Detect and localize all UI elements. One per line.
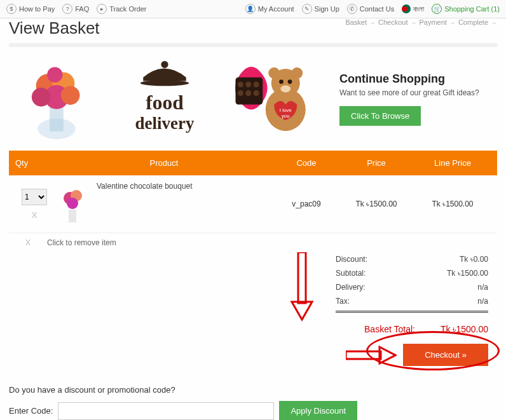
top-bar: $ How to Pay ? FAQ ▸ Track Order 👤 My Ac…: [0, 0, 506, 18]
svg-point-6: [61, 86, 80, 105]
signup-icon: ✎: [302, 4, 312, 14]
phone-icon: ✆: [347, 4, 357, 14]
product-name: Valentine chocolate bouquet: [97, 182, 193, 191]
th-product: Product: [53, 158, 275, 168]
faq-link[interactable]: ? FAQ: [62, 4, 89, 14]
svg-point-23: [279, 79, 284, 84]
table-row: 1 X Valentine chocolate bouquet v_pac09 …: [9, 175, 497, 233]
discount-area: Do you have a discount or promotional co…: [0, 379, 506, 420]
svg-point-16: [238, 90, 243, 96]
track-order-link[interactable]: ▸ Track Order: [97, 4, 146, 14]
discount-question: Do you have a discount or promotional co…: [9, 385, 497, 395]
apply-discount-button[interactable]: Apply Discount: [279, 401, 357, 420]
continue-subtitle: Want to see more of our great Gift ideas…: [339, 88, 497, 97]
faq-label: FAQ: [75, 5, 89, 13]
svg-point-7: [47, 67, 62, 83]
continue-shopping-box: Continue Shopping Want to see more of ou…: [333, 72, 497, 126]
svg-point-14: [245, 82, 251, 88]
product-thumbnail: [53, 182, 92, 226]
header-row: View Basket Basket → Checkout → Payment …: [0, 18, 506, 38]
th-qty: Qty: [15, 158, 53, 168]
product-line-price: Tk ৳1500.00: [414, 200, 491, 208]
page-title: View Basket: [9, 18, 100, 38]
remove-note-row: X Click to remove item: [0, 233, 506, 252]
remove-item-x[interactable]: X: [15, 210, 53, 220]
svg-point-5: [32, 88, 51, 107]
language-link[interactable]: বাংলা: [402, 4, 424, 13]
promo-image-teddy-chocolates: I love you: [225, 56, 320, 142]
svg-point-9: [140, 80, 189, 86]
lang-label: বাংলা: [413, 5, 424, 13]
chevron-right-icon: →: [369, 19, 376, 26]
totals-section: Discount:Tk ৳0.00 Subtotal:Tk ৳1500.00 D…: [0, 252, 506, 315]
breadcrumb: Basket → Checkout → Payment → Complete →: [345, 18, 497, 26]
play-icon: ▸: [97, 4, 107, 14]
signup-label: Sign Up: [315, 5, 339, 13]
svg-rect-32: [298, 252, 306, 303]
chevron-right-icon: →: [411, 19, 417, 26]
tax-label: Tax:: [336, 297, 350, 306]
bc-step-checkout: Checkout: [378, 18, 407, 26]
continue-title: Continue Shopping: [339, 72, 497, 86]
chevron-right-icon: →: [449, 19, 456, 26]
svg-point-22: [291, 67, 303, 79]
track-label: Track Order: [109, 5, 146, 13]
tax-value: n/a: [477, 297, 488, 306]
svg-point-15: [254, 82, 259, 88]
svg-text:food: food: [146, 91, 184, 114]
qty-select[interactable]: 1: [22, 189, 47, 205]
bangladesh-flag-icon: [402, 4, 411, 13]
annotation-arrow-right-icon: [346, 346, 397, 365]
delivery-value: n/a: [477, 283, 488, 292]
basket-total-value: Tk ৳1500.00: [441, 324, 488, 335]
svg-point-8: [161, 61, 168, 68]
contact-label: Contact Us: [360, 5, 394, 13]
question-icon: ?: [62, 4, 72, 14]
discount-value: Tk ৳0.00: [460, 255, 488, 264]
th-code: Code: [275, 158, 338, 168]
myaccount-label: My Account: [258, 5, 294, 13]
my-account-link[interactable]: 👤 My Account: [245, 4, 294, 14]
svg-text:you: you: [282, 113, 290, 119]
svg-rect-1: [50, 107, 64, 132]
discount-code-input[interactable]: [58, 402, 274, 420]
chevron-right-icon: →: [491, 19, 497, 26]
svg-point-21: [268, 67, 280, 79]
browse-button[interactable]: Click To Browse: [339, 106, 421, 126]
th-price: Price: [338, 158, 414, 168]
discount-label: Discount:: [336, 255, 367, 264]
howtopay-link[interactable]: $ How to Pay: [6, 4, 55, 14]
remove-x-hint[interactable]: X: [9, 238, 47, 247]
sign-up-link[interactable]: ✎ Sign Up: [302, 4, 339, 14]
annotation-arrow-down-icon: [289, 252, 315, 322]
divider: [9, 43, 497, 47]
checkout-row: Checkout »: [0, 341, 506, 379]
bc-step-payment: Payment: [420, 18, 447, 26]
bc-step-basket: Basket: [345, 18, 367, 26]
bc-step-complete: Complete: [458, 18, 488, 26]
product-price: Tk ৳1500.00: [338, 200, 414, 208]
checkout-button[interactable]: Checkout »: [403, 344, 488, 366]
discount-code-label: Enter Code:: [9, 406, 53, 416]
cart-icon: 🛒: [432, 4, 442, 14]
th-line-price: Line Price: [414, 158, 491, 168]
svg-point-30: [67, 198, 78, 209]
dollar-icon: $: [6, 4, 17, 14]
promo-row: food delivery I love you Continue Shoppi…: [0, 56, 506, 151]
svg-point-17: [245, 90, 251, 96]
svg-point-25: [280, 85, 291, 92]
product-code: v_pac09: [275, 200, 338, 208]
table-header: Qty Product Code Price Line Price: [9, 151, 497, 175]
svg-point-13: [238, 82, 243, 88]
svg-rect-33: [346, 351, 381, 359]
basket-total-row: Basket Total: Tk ৳1500.00: [0, 315, 506, 341]
svg-point-24: [288, 79, 292, 84]
cart-label: Shopping Cart (1): [444, 5, 500, 13]
subtotal-value: Tk ৳1500.00: [447, 269, 488, 278]
contact-us-link[interactable]: ✆ Contact Us: [347, 4, 394, 14]
shopping-cart-link[interactable]: 🛒 Shopping Cart (1): [432, 4, 500, 14]
promo-image-food-delivery: food delivery: [117, 56, 212, 142]
svg-point-18: [254, 90, 259, 96]
delivery-label: Delivery:: [336, 283, 366, 292]
user-icon: 👤: [245, 4, 256, 14]
